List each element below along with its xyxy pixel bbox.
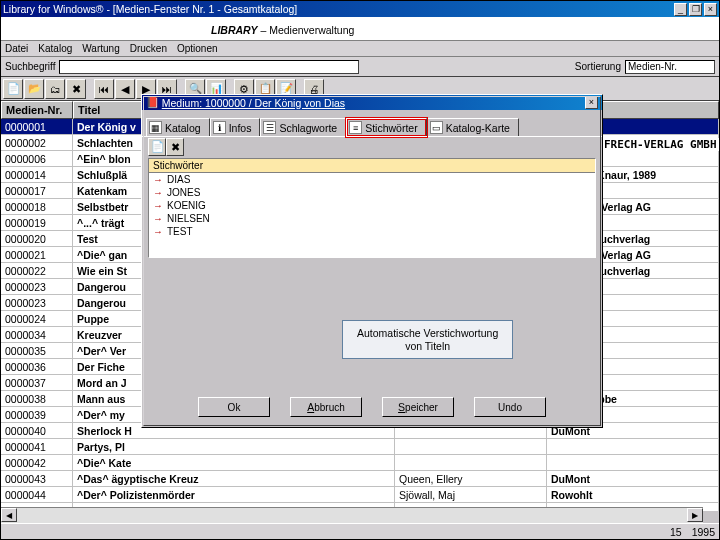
tab-stichwoerter[interactable]: ≡Stichwörter (346, 118, 427, 136)
callout-line1: Automatische Verstichwortung (357, 327, 498, 340)
menu-wartung[interactable]: Wartung (82, 43, 119, 54)
dialog-title: Medium: 1000000 / Der König von Dias (162, 97, 345, 109)
dialog-tabs: ▦Katalog ℹInfos ☰Schlagworte ≡Stichwörte… (142, 114, 602, 136)
keyword-item[interactable]: DIAS (149, 173, 595, 186)
tab-infos[interactable]: ℹInfos (210, 118, 261, 136)
speicher-button[interactable]: Speicher (382, 397, 454, 417)
medium-dialog: 📕 Medium: 1000000 / Der König von Dias ×… (141, 94, 603, 428)
tab-katalog[interactable]: ▦Katalog (146, 118, 210, 136)
keywords-header: Stichwörter (149, 159, 595, 173)
keyword-item[interactable]: KOENIG (149, 199, 595, 212)
menubar: Datei Katalog Wartung Drucken Optionen (1, 41, 719, 57)
card-icon[interactable]: 🗂 (45, 79, 65, 99)
status-1: 15 (670, 526, 682, 538)
menu-katalog[interactable]: Katalog (38, 43, 72, 54)
dialog-title-bar[interactable]: 📕 Medium: 1000000 / Der König von Dias × (142, 95, 602, 110)
delete-icon[interactable]: ✖ (66, 79, 86, 99)
dialog-toolbar: 📄 ✖ (142, 136, 602, 156)
verlag-overflow: FRECH-VERLAG GMBH (602, 138, 719, 151)
abbruch-button[interactable]: Abbruch (290, 397, 362, 417)
keyword-item[interactable]: JONES (149, 186, 595, 199)
minimize-button[interactable]: _ (674, 3, 687, 16)
prev-icon[interactable]: ◀ (115, 79, 135, 99)
sort-field[interactable] (625, 60, 715, 74)
dialog-new-icon[interactable]: 📄 (148, 138, 166, 156)
app-window: Library for Windows® - [Medien-Fenster N… (0, 0, 720, 540)
col-medien-nr[interactable]: Medien-Nr. (1, 101, 73, 119)
status-2: 1995 (692, 526, 715, 538)
scroll-left-icon[interactable]: ◀ (1, 508, 17, 522)
maximize-button[interactable]: ❐ (689, 3, 702, 16)
undo-button[interactable]: Undo (474, 397, 546, 417)
statusbar: 15 1995 (1, 523, 719, 539)
menu-datei[interactable]: Datei (5, 43, 28, 54)
menu-drucken[interactable]: Drucken (130, 43, 167, 54)
banner: LIBRARY – Medienverwaltung (1, 17, 719, 41)
dialog-delete-icon[interactable]: ✖ (166, 138, 184, 156)
open-icon[interactable]: 📂 (24, 79, 44, 99)
first-icon[interactable]: ⏮ (94, 79, 114, 99)
tab-katalogkarte[interactable]: ▭Katalog-Karte (427, 118, 519, 136)
sort-label: Sortierung (575, 61, 621, 72)
tab-schlagworte[interactable]: ☰Schlagworte (260, 118, 346, 136)
banner-text: LIBRARY – Medienverwaltung (211, 18, 354, 39)
scroll-right-icon[interactable]: ▶ (687, 508, 703, 522)
keywords-panel: Stichwörter DIASJONESKOENIGNIELSENTEST (148, 158, 596, 258)
window-title: Library for Windows® - [Medien-Fenster N… (3, 3, 297, 15)
titlebar: Library for Windows® - [Medien-Fenster N… (1, 1, 719, 17)
callout-line2: von Titeln (357, 340, 498, 353)
h-scrollbar[interactable]: ◀ ▶ (1, 507, 703, 523)
dialog-buttons: Ok Abbruch Speicher Undo (142, 397, 602, 421)
search-input[interactable] (59, 60, 359, 74)
callout: Automatische Verstichwortung von Titeln (342, 320, 513, 359)
table-row[interactable]: 0000041Partys, Pl (1, 439, 719, 455)
keyword-item[interactable]: TEST (149, 225, 595, 238)
search-row: Suchbegriff Sortierung (1, 57, 719, 77)
menu-optionen[interactable]: Optionen (177, 43, 218, 54)
keyword-item[interactable]: NIELSEN (149, 212, 595, 225)
search-label: Suchbegriff (5, 61, 55, 72)
keywords-list[interactable]: DIASJONESKOENIGNIELSENTEST (149, 173, 595, 238)
table-row[interactable]: 0000043^Das^ ägyptische KreuzQueen, Elle… (1, 471, 719, 487)
table-row[interactable]: 0000042^Die^ Kate (1, 455, 719, 471)
table-row[interactable]: 0000044^Der^ PolizistenmörderSjöwall, Ma… (1, 487, 719, 503)
close-button[interactable]: × (704, 3, 717, 16)
dialog-close-button[interactable]: × (585, 96, 598, 109)
new-icon[interactable]: 📄 (3, 79, 23, 99)
ok-button[interactable]: Ok (198, 397, 270, 417)
